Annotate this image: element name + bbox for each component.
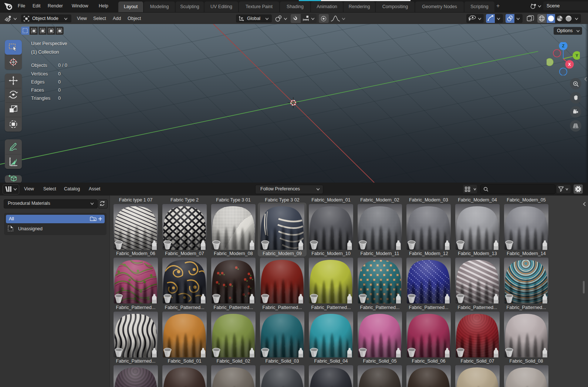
svg-text:X: X	[568, 62, 571, 67]
svg-text:Z: Z	[562, 44, 565, 48]
svg-text:Y: Y	[575, 53, 578, 58]
